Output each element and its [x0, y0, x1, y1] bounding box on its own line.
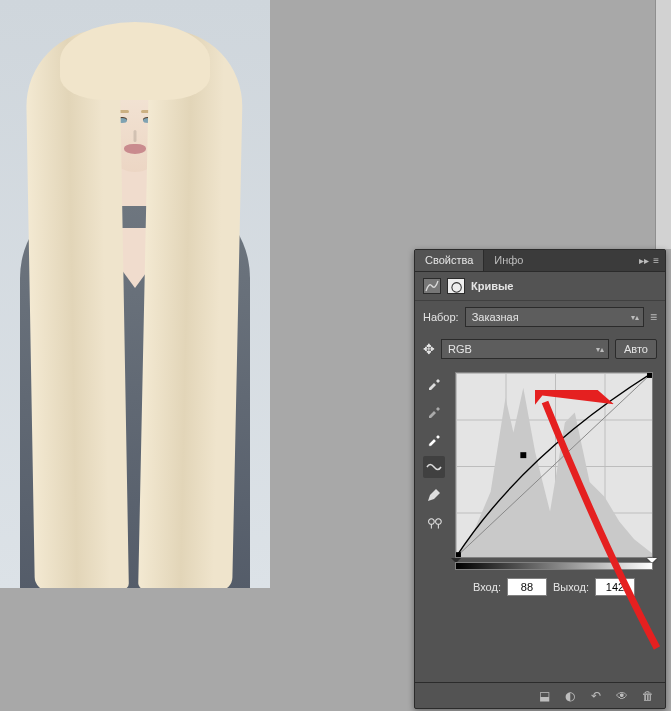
mask-icon: ◯ — [447, 278, 465, 294]
eyedropper-white-icon[interactable] — [423, 428, 445, 450]
eyedropper-gray-icon[interactable] — [423, 400, 445, 422]
input-field[interactable]: 88 — [507, 578, 547, 596]
smooth-tool-icon[interactable]: ⚲⚲ — [423, 512, 445, 534]
eyedropper-black-icon[interactable] — [423, 372, 445, 394]
channel-select[interactable]: RGB — [441, 339, 609, 359]
curve-tool-icon[interactable] — [423, 456, 445, 478]
svg-rect-2 — [647, 373, 652, 378]
output-label: Выход: — [553, 581, 589, 593]
curves-graph[interactable] — [455, 372, 653, 558]
output-field[interactable]: 142 — [595, 578, 635, 596]
adjustment-header: ◯ Кривые — [415, 272, 665, 301]
visibility-icon[interactable]: 👁 — [613, 687, 631, 705]
panel-tabs: Свойства Инфо ▸▸ ≡ — [415, 250, 665, 272]
preset-select[interactable]: Заказная — [465, 307, 644, 327]
vertical-scrollbar[interactable] — [655, 0, 671, 249]
preset-label: Набор: — [423, 311, 459, 323]
clip-icon[interactable]: ⬓ — [535, 687, 553, 705]
pencil-tool-icon[interactable] — [423, 484, 445, 506]
canvas-area[interactable] — [0, 0, 270, 588]
curves-icon — [423, 278, 441, 294]
curve-point[interactable] — [520, 452, 526, 458]
preset-menu-icon[interactable]: ≡ — [650, 310, 657, 324]
tab-info[interactable]: Инфо — [484, 250, 533, 271]
panel-menu-icon[interactable]: ≡ — [653, 255, 659, 266]
input-label: Вход: — [473, 581, 501, 593]
auto-button[interactable]: Авто — [615, 339, 657, 359]
histogram — [456, 373, 652, 557]
target-adjust-icon[interactable]: ✥ — [423, 341, 435, 357]
preset-row: Набор: Заказная ≡ — [415, 301, 665, 333]
image-content — [60, 22, 210, 100]
properties-panel: Свойства Инфо ▸▸ ≡ ◯ Кривые Набор: Заказ… — [414, 249, 666, 709]
document-image[interactable] — [0, 0, 270, 588]
delete-icon[interactable]: 🗑 — [639, 687, 657, 705]
collapse-icon[interactable]: ▸▸ — [639, 255, 649, 266]
channel-row: ✥ RGB Авто — [415, 333, 665, 365]
svg-rect-1 — [456, 552, 461, 557]
sampler-tools: ⚲⚲ — [423, 372, 445, 534]
adjustment-title: Кривые — [471, 280, 513, 292]
panel-footer: ⬓ ◐ ↶ 👁 🗑 — [415, 682, 665, 708]
reset-icon[interactable]: ↶ — [587, 687, 605, 705]
tab-properties[interactable]: Свойства — [415, 250, 484, 271]
previous-state-icon[interactable]: ◐ — [561, 687, 579, 705]
io-row: Вход: 88 Выход: 142 — [455, 578, 653, 596]
input-gradient — [455, 562, 653, 570]
